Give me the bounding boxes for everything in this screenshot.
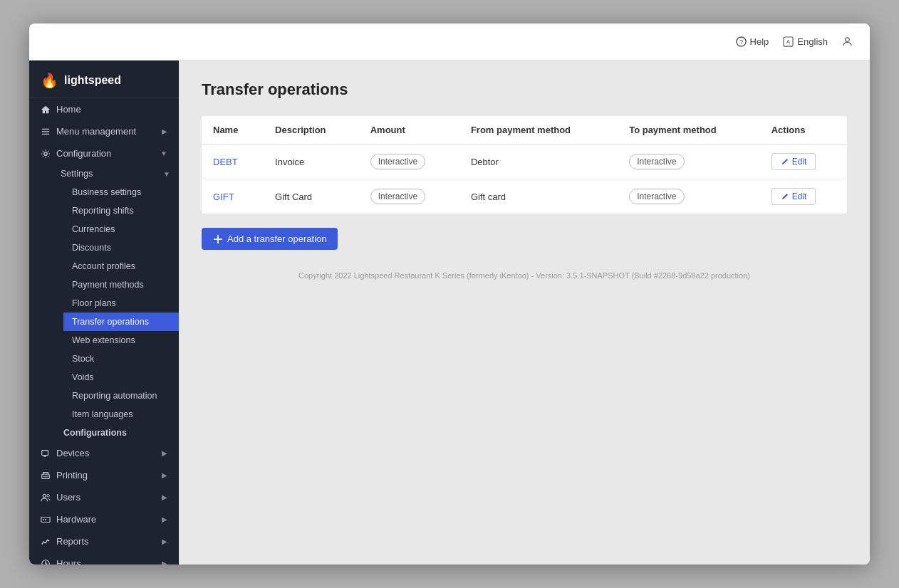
- sidebar-item-hours[interactable]: Hours ▶: [29, 552, 179, 565]
- row2-from-payment: Gift card: [459, 179, 618, 214]
- web-extensions-label: Web extensions: [72, 335, 135, 345]
- sidebar-item-stock[interactable]: Stock: [63, 350, 179, 368]
- account-profiles-label: Account profiles: [72, 261, 135, 271]
- sidebar-item-home-label: Home: [56, 104, 81, 115]
- page-title: Transfer operations: [202, 80, 847, 99]
- devices-chevron: ▶: [162, 449, 167, 457]
- row2-amount-badge: Interactive: [370, 189, 425, 204]
- add-transfer-operation-button[interactable]: Add a transfer operation: [202, 228, 338, 250]
- sidebar-item-configuration[interactable]: Configuration ▼: [29, 142, 179, 164]
- users-chevron: ▶: [162, 493, 167, 501]
- sidebar-item-web-extensions[interactable]: Web extensions: [63, 331, 179, 350]
- data-table: Name Description Amount From payment met…: [202, 116, 847, 214]
- settings-chevron: ▼: [163, 170, 170, 178]
- row2-amount: Interactive: [359, 179, 459, 214]
- svg-rect-16: [43, 519, 45, 520]
- content-inner: Transfer operations Name Description Amo…: [179, 61, 870, 300]
- sidebar-item-settings[interactable]: Settings ▼: [52, 164, 179, 183]
- transfer-operations-label: Transfer operations: [72, 317, 149, 327]
- col-description: Description: [264, 116, 359, 145]
- devices-label: Devices: [56, 448, 89, 458]
- row1-amount-badge: Interactive: [370, 154, 425, 169]
- add-button-label: Add a transfer operation: [227, 233, 326, 244]
- floor-plans-label: Floor plans: [72, 298, 116, 308]
- col-to-payment: To payment method: [618, 116, 760, 145]
- sidebar-item-voids[interactable]: Voids: [63, 368, 179, 387]
- sidebar-item-reporting-shifts[interactable]: Reporting shifts: [63, 201, 179, 220]
- users-label: Users: [56, 492, 80, 503]
- stock-label: Stock: [72, 354, 94, 364]
- sidebar-item-configurations[interactable]: Configurations: [52, 424, 179, 442]
- printing-label: Printing: [56, 470, 88, 481]
- debt-edit-button[interactable]: Edit: [771, 153, 816, 170]
- user-profile-button[interactable]: [842, 36, 853, 47]
- transfer-operations-table: Name Description Amount From payment met…: [202, 116, 847, 214]
- row1-to-payment: Interactive: [618, 145, 760, 179]
- sidebar-item-discounts[interactable]: Discounts: [63, 238, 179, 257]
- business-settings-label: Business settings: [72, 187, 141, 197]
- reports-chevron: ▶: [162, 537, 167, 545]
- row2-name: GIFT: [202, 179, 264, 214]
- sidebar-item-menu-management[interactable]: Menu management ▶: [29, 120, 179, 142]
- svg-rect-6: [42, 131, 50, 132]
- language-label: English: [797, 36, 828, 47]
- row2-to-badge: Interactive: [629, 189, 684, 204]
- svg-point-14: [47, 494, 50, 497]
- col-actions: Actions: [760, 116, 847, 145]
- sidebar-item-floor-plans[interactable]: Floor plans: [63, 294, 179, 313]
- svg-rect-7: [42, 133, 50, 134]
- logo-icon: 🔥: [41, 72, 58, 89]
- sidebar-item-item-languages[interactable]: Item languages: [63, 405, 179, 424]
- menu-management-chevron: ▶: [162, 127, 167, 135]
- sidebar-item-devices[interactable]: Devices ▶: [29, 442, 179, 464]
- col-amount: Amount: [359, 116, 459, 145]
- discounts-label: Discounts: [72, 243, 111, 253]
- row1-to-badge: Interactive: [629, 154, 684, 169]
- sidebar-item-configuration-label: Configuration: [56, 148, 111, 159]
- table-row: DEBT Invoice Interactive Debtor Interact…: [202, 145, 847, 179]
- item-languages-label: Item languages: [72, 409, 132, 419]
- configuration-chevron: ▼: [160, 149, 167, 157]
- hours-label: Hours: [56, 558, 81, 565]
- sidebar-item-users[interactable]: Users ▶: [29, 486, 179, 508]
- row1-actions: Edit: [760, 145, 847, 179]
- svg-text:?: ?: [739, 38, 743, 46]
- sidebar-item-menu-management-label: Menu management: [56, 126, 136, 137]
- sidebar-item-reports[interactable]: Reports ▶: [29, 530, 179, 552]
- gift-edit-button[interactable]: Edit: [771, 188, 816, 205]
- svg-rect-12: [43, 476, 48, 476]
- sidebar-item-currencies[interactable]: Currencies: [63, 220, 179, 238]
- language-selector[interactable]: A English: [783, 36, 828, 47]
- svg-point-13: [43, 494, 46, 497]
- app-window: ? Help A English 🔥 lightspeed Home: [29, 23, 870, 565]
- footer-text: Copyright 2022 Lightspeed Restaurant K S…: [298, 271, 750, 280]
- sidebar-item-business-settings[interactable]: Business settings: [63, 183, 179, 201]
- logo-area: 🔥 lightspeed: [29, 61, 179, 98]
- sidebar-item-payment-methods[interactable]: Payment methods: [63, 275, 179, 294]
- sidebar-item-home[interactable]: Home: [29, 98, 179, 120]
- row2-to-payment: Interactive: [618, 179, 760, 214]
- sidebar-item-account-profiles[interactable]: Account profiles: [63, 257, 179, 275]
- printing-chevron: ▶: [162, 471, 167, 479]
- sidebar-item-hardware[interactable]: Hardware ▶: [29, 508, 179, 530]
- row2-actions: Edit: [760, 179, 847, 214]
- svg-rect-9: [42, 450, 48, 455]
- settings-submenu: Settings ▼ Business settings Reporting s…: [29, 164, 179, 442]
- gift-link[interactable]: GIFT: [213, 191, 234, 202]
- help-button[interactable]: ? Help: [736, 36, 769, 47]
- topbar: ? Help A English: [29, 23, 870, 61]
- svg-rect-10: [43, 456, 46, 456]
- sidebar: 🔥 lightspeed Home Menu management ▶ Conf…: [29, 61, 179, 565]
- row1-description: Invoice: [264, 145, 359, 179]
- svg-rect-17: [45, 519, 46, 520]
- svg-rect-5: [42, 128, 50, 129]
- voids-label: Voids: [72, 372, 94, 382]
- help-label: Help: [750, 36, 769, 47]
- sidebar-item-transfer-operations[interactable]: Transfer operations: [63, 313, 179, 331]
- reporting-shifts-label: Reporting shifts: [72, 206, 134, 216]
- debt-link[interactable]: DEBT: [213, 157, 238, 167]
- content-footer: Copyright 2022 Lightspeed Restaurant K S…: [202, 271, 847, 280]
- sidebar-item-reporting-automation[interactable]: Reporting automation: [63, 387, 179, 405]
- sidebar-item-printing[interactable]: Printing ▶: [29, 464, 179, 486]
- configurations-label: Configurations: [63, 428, 127, 438]
